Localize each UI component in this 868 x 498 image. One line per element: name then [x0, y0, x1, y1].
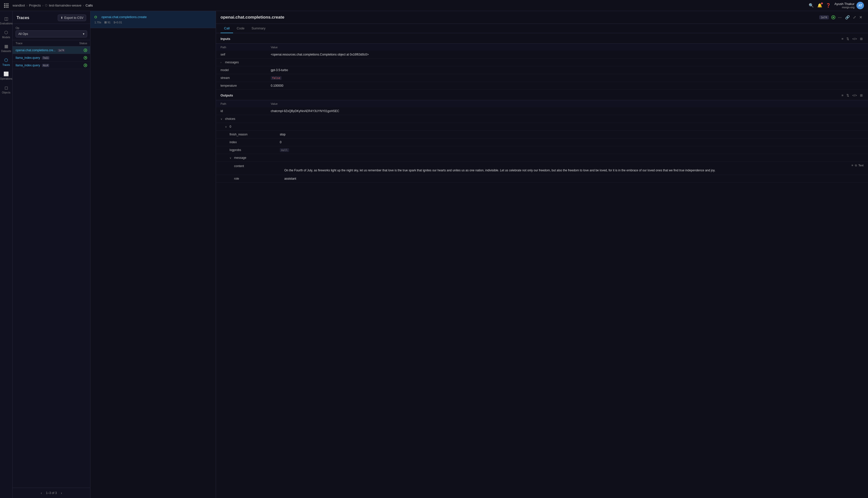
- timeline-panel: openai.chat.completions.create 1.70s ▦ 9…: [90, 11, 216, 498]
- prev-page-button[interactable]: ‹: [39, 490, 43, 496]
- next-page-button[interactable]: ›: [59, 490, 64, 496]
- traces-panel: Traces ⬆ Export to CSV Op All Ops ▾ Trac…: [13, 11, 90, 498]
- chevron-down-icon: ▾: [83, 32, 84, 36]
- outputs-row-role: role assistant: [216, 175, 868, 183]
- app-grid-icon[interactable]: [4, 3, 9, 8]
- trace-row[interactable]: openai.chat.completions.cre... 1e74: [13, 47, 90, 54]
- detail-header: openai.chat.completions.create 1e74 ··· …: [216, 11, 868, 24]
- traces-footer: ‹ 1–3 of 3 ›: [13, 488, 90, 498]
- outputs-sort-icon[interactable]: ⇅: [846, 93, 850, 98]
- tl-tokens: ▦ 91: [104, 21, 110, 24]
- trace-row[interactable]: llama_index.query 4cc4: [13, 62, 90, 69]
- outputs-path-index: index: [229, 141, 237, 144]
- trace-badge-0: 1e74: [57, 49, 65, 52]
- tab-code[interactable]: Code: [233, 24, 248, 33]
- outputs-path-id: id: [221, 109, 223, 113]
- datasets-icon: ▦: [4, 44, 8, 49]
- sidebar-label-models: Models: [2, 36, 10, 39]
- sidebar-item-datasets[interactable]: ▦ Datasets: [1, 42, 12, 54]
- export-csv-button[interactable]: ⬆ Export to CSV: [58, 15, 86, 21]
- content-special-icon[interactable]: ✳: [851, 164, 853, 167]
- outputs-path-choices: choices: [225, 117, 235, 121]
- bell-icon[interactable]: 🔔: [817, 3, 822, 8]
- trace-row[interactable]: llama_index.query 7a11: [13, 54, 90, 62]
- filter-label: Op: [16, 26, 87, 29]
- models-icon: ⬡: [4, 30, 8, 35]
- outputs-path-logprobs: logprobs: [229, 148, 241, 152]
- outputs-list-icon[interactable]: ≡: [841, 93, 844, 98]
- detail-title: openai.chat.completions.create: [221, 15, 817, 20]
- detail-tabs: Call Code Summary: [216, 24, 868, 33]
- nav-left: wandbot › Projects › ⬡ test-llamaindex-w…: [4, 3, 93, 8]
- trace-link-0[interactable]: openai.chat.completions.cre...: [16, 49, 55, 52]
- inputs-expand-icon[interactable]: ⊞: [859, 36, 864, 41]
- tab-call[interactable]: Call: [221, 24, 233, 33]
- operations-icon: ⬜: [3, 71, 9, 77]
- breadcrumb-wandbot[interactable]: wandbot: [13, 3, 25, 7]
- breadcrumb-projects[interactable]: Projects: [29, 3, 41, 7]
- tl-duration: 1.70s: [94, 21, 101, 24]
- tl-cost: $<0.01: [113, 21, 122, 24]
- detail-content: Inputs ≡ ⇅ </> ⊞ Path Value self <ope: [216, 33, 868, 498]
- content-copy-icon[interactable]: ⧉: [855, 164, 857, 167]
- breadcrumb-project[interactable]: test-llamaindex-weave: [49, 3, 81, 7]
- more-options-button[interactable]: ···: [838, 15, 842, 20]
- outputs-path-content: content: [234, 164, 244, 168]
- sidebar-item-objects[interactable]: ◻ Objects: [1, 83, 12, 96]
- avatar[interactable]: AT: [856, 2, 864, 9]
- outputs-row-id: id chatcmpl-9ZxQByDKyNnAER4Y3UYNY01goHSE…: [216, 107, 868, 115]
- outputs-row-message[interactable]: ∨ message: [216, 154, 868, 162]
- outputs-row-logprobs: logprobs null: [216, 146, 868, 154]
- expand-choices-0-icon: ∨: [225, 126, 228, 128]
- outputs-path-finish-reason: finish_reason: [229, 133, 248, 136]
- left-sidebar: ◫ Evaluations ⬡ Models ▦ Datasets ⬡ Trac…: [0, 11, 13, 498]
- help-icon[interactable]: ❓: [826, 3, 831, 8]
- trace-table-header: Trace Status: [13, 40, 90, 47]
- close-icon-button[interactable]: ✕: [858, 14, 864, 21]
- inputs-row-model: model gpt-3.5-turbo: [216, 66, 868, 74]
- outputs-code-icon[interactable]: </>: [852, 93, 858, 98]
- outputs-table: Path Value id chatcmpl-9ZxQByDKyNnAER4Y3…: [216, 100, 868, 183]
- op-filter-select[interactable]: All Ops ▾: [16, 30, 87, 37]
- user-org: morgs-org: [834, 6, 854, 9]
- tl-status-dot: [94, 16, 97, 18]
- inputs-code-icon[interactable]: </>: [852, 36, 858, 41]
- sidebar-item-traces[interactable]: ⬡ Traces: [1, 55, 12, 68]
- expand-icon-button[interactable]: ⤢: [852, 14, 857, 21]
- trace-list: openai.chat.completions.cre... 1e74 llam…: [13, 47, 90, 488]
- sidebar-label-datasets: Datasets: [1, 50, 11, 53]
- outputs-value-header: Value: [271, 102, 864, 105]
- tab-summary[interactable]: Summary: [248, 24, 269, 33]
- tl-op-name: openai.chat.completions.create: [102, 15, 147, 19]
- inputs-value-temperature: 0.100000: [271, 84, 864, 88]
- outputs-path-role: role: [234, 177, 239, 180]
- detail-panel: openai.chat.completions.create 1e74 ··· …: [216, 11, 868, 498]
- timeline-selected-row[interactable]: openai.chat.completions.create 1.70s ▦ 9…: [90, 11, 216, 28]
- search-icon[interactable]: 🔍: [809, 3, 814, 8]
- outputs-row-choices[interactable]: ∨ choices: [216, 115, 868, 123]
- inputs-table: Path Value self <openai.resources.chat.c…: [216, 44, 868, 90]
- inputs-sort-icon[interactable]: ⇅: [846, 36, 850, 41]
- inputs-row-self: self <openai.resources.chat.completions.…: [216, 51, 868, 58]
- outputs-value-content: On the Fourth of July, as fireworks ligh…: [284, 168, 864, 173]
- outputs-expand-icon[interactable]: ⊞: [859, 93, 864, 98]
- inputs-list-icon[interactable]: ≡: [841, 36, 844, 41]
- outputs-value-logprobs: null: [280, 148, 289, 152]
- outputs-path-message: message: [234, 156, 246, 159]
- traces-icon: ⬡: [4, 57, 8, 63]
- inputs-section-title: Inputs: [221, 37, 230, 41]
- sidebar-item-models[interactable]: ⬡ Models: [1, 28, 12, 41]
- inputs-row-messages[interactable]: messages: [216, 58, 868, 66]
- sidebar-item-operations[interactable]: ⬜ Operations: [1, 69, 12, 82]
- filter-row: Op All Ops ▾: [13, 24, 90, 40]
- inputs-section-header: Inputs ≡ ⇅ </> ⊞: [216, 33, 868, 44]
- trace-link-1[interactable]: llama_index.query: [16, 56, 40, 60]
- outputs-path-choices-0: 0: [229, 125, 231, 128]
- breadcrumb-calls: Calls: [86, 3, 93, 7]
- outputs-row-choices-0[interactable]: ∨ 0: [216, 123, 868, 131]
- sidebar-item-evaluations[interactable]: ◫ Evaluations: [1, 14, 12, 27]
- trace-link-2[interactable]: llama_index.query: [16, 64, 40, 67]
- link-icon-button[interactable]: 🔗: [844, 14, 851, 21]
- outputs-value-index: 0: [280, 141, 864, 144]
- sidebar-label-evaluations: Evaluations: [0, 22, 13, 25]
